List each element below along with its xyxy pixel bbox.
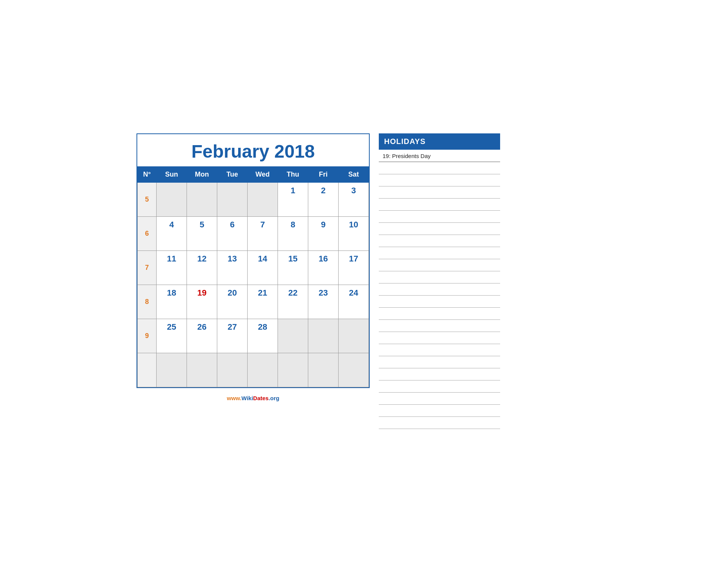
calendar-day: 16 bbox=[308, 250, 339, 285]
week-number: 8 bbox=[138, 285, 157, 319]
note-line bbox=[379, 259, 500, 271]
holidays-header: HOLIDAYS bbox=[379, 133, 500, 150]
footer-wiki: Wiki bbox=[242, 395, 253, 401]
week-number: 6 bbox=[138, 216, 157, 250]
note-line bbox=[379, 308, 500, 320]
note-line bbox=[379, 405, 500, 417]
calendar-day: 9 bbox=[308, 216, 339, 250]
calendar-day: 18 bbox=[157, 285, 187, 319]
calendar-day: 23 bbox=[308, 285, 339, 319]
calendar-day bbox=[157, 182, 187, 216]
footer-dates: Dates bbox=[253, 395, 269, 401]
calendar-day: 6 bbox=[217, 216, 248, 250]
holidays-section: HOLIDAYS 19: Presidents Day bbox=[379, 133, 500, 429]
calendar-day: 26 bbox=[187, 319, 217, 353]
header-week-num: N° bbox=[138, 166, 157, 182]
week-number: 9 bbox=[138, 319, 157, 353]
note-line bbox=[379, 235, 500, 247]
note-line bbox=[379, 283, 500, 296]
note-line bbox=[379, 380, 500, 393]
calendar-day: 13 bbox=[217, 250, 248, 285]
note-line bbox=[379, 186, 500, 199]
calendar-day bbox=[248, 182, 278, 216]
header-thu: Thu bbox=[278, 166, 308, 182]
calendar-day: 22 bbox=[278, 285, 308, 319]
footer-org: .org bbox=[268, 395, 279, 401]
calendar-day bbox=[248, 353, 278, 387]
calendar-day bbox=[278, 353, 308, 387]
page-container: February 2018 N° Sun Mon Tue Wed Thu Fri… bbox=[136, 133, 592, 429]
header-fri: Fri bbox=[308, 166, 339, 182]
calendar-day: 5 bbox=[187, 216, 217, 250]
note-line bbox=[379, 332, 500, 344]
note-line bbox=[379, 356, 500, 368]
note-line bbox=[379, 162, 500, 174]
calendar-day: 1 bbox=[278, 182, 308, 216]
calendar-day: 28 bbox=[248, 319, 278, 353]
week-number: 5 bbox=[138, 182, 157, 216]
calendar-grid: N° Sun Mon Tue Wed Thu Fri Sat 512364567… bbox=[137, 166, 369, 387]
calendar-day: 19 bbox=[187, 285, 217, 319]
calendar-day: 10 bbox=[339, 216, 369, 250]
calendar-day bbox=[217, 182, 248, 216]
calendar-day bbox=[339, 353, 369, 387]
calendar-day: 11 bbox=[157, 250, 187, 285]
footer-www: www. bbox=[227, 395, 242, 401]
calendar-day: 20 bbox=[217, 285, 248, 319]
calendar-day bbox=[339, 319, 369, 353]
header-tue: Tue bbox=[217, 166, 248, 182]
note-line bbox=[379, 368, 500, 380]
header-sat: Sat bbox=[339, 166, 369, 182]
calendar-day bbox=[308, 319, 339, 353]
week-number: 7 bbox=[138, 250, 157, 285]
header-mon: Mon bbox=[187, 166, 217, 182]
calendar-day: 12 bbox=[187, 250, 217, 285]
calendar-day: 24 bbox=[339, 285, 369, 319]
week-number bbox=[138, 353, 157, 387]
footer: www.WikiDates.org bbox=[136, 388, 370, 404]
note-line bbox=[379, 296, 500, 308]
calendar-day: 3 bbox=[339, 182, 369, 216]
note-line bbox=[379, 271, 500, 283]
calendar-day bbox=[187, 182, 217, 216]
note-lines bbox=[379, 162, 500, 429]
calendar-day bbox=[308, 353, 339, 387]
note-line bbox=[379, 199, 500, 211]
note-line bbox=[379, 247, 500, 259]
calendar-day: 2 bbox=[308, 182, 339, 216]
calendar-section: February 2018 N° Sun Mon Tue Wed Thu Fri… bbox=[136, 133, 370, 404]
note-line bbox=[379, 211, 500, 223]
note-line bbox=[379, 393, 500, 405]
header-sun: Sun bbox=[157, 166, 187, 182]
holiday-item: 19: Presidents Day bbox=[379, 150, 500, 162]
calendar-day bbox=[217, 353, 248, 387]
calendar-day: 15 bbox=[278, 250, 308, 285]
note-line bbox=[379, 320, 500, 332]
note-line bbox=[379, 223, 500, 235]
calendar-day: 4 bbox=[157, 216, 187, 250]
calendar-day: 21 bbox=[248, 285, 278, 319]
calendar-title: February 2018 bbox=[137, 134, 369, 166]
note-line bbox=[379, 344, 500, 356]
calendar-day: 7 bbox=[248, 216, 278, 250]
calendar-day: 14 bbox=[248, 250, 278, 285]
calendar-day bbox=[278, 319, 308, 353]
calendar-day bbox=[187, 353, 217, 387]
calendar-day: 25 bbox=[157, 319, 187, 353]
header-wed: Wed bbox=[248, 166, 278, 182]
calendar-day: 27 bbox=[217, 319, 248, 353]
calendar-day: 17 bbox=[339, 250, 369, 285]
note-line bbox=[379, 174, 500, 186]
calendar-day bbox=[157, 353, 187, 387]
calendar-day: 8 bbox=[278, 216, 308, 250]
note-line bbox=[379, 417, 500, 429]
